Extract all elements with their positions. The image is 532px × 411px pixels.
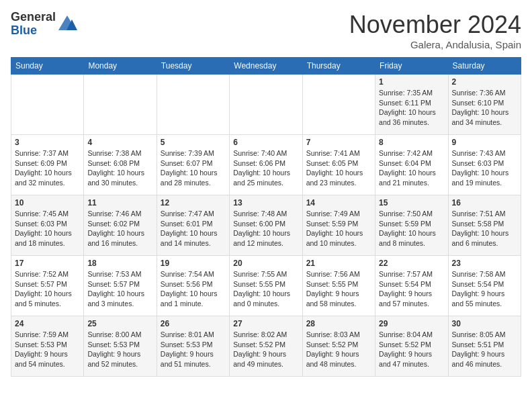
day-of-week-header: Sunday bbox=[11, 58, 84, 75]
calendar-day-cell: 11Sunrise: 7:46 AMSunset: 6:02 PMDayligh… bbox=[84, 195, 157, 256]
calendar-day-cell: 28Sunrise: 8:03 AMSunset: 5:52 PMDayligh… bbox=[302, 316, 375, 377]
calendar-week-row: 24Sunrise: 7:59 AMSunset: 5:53 PMDayligh… bbox=[11, 316, 521, 377]
calendar-day-cell: 25Sunrise: 8:00 AMSunset: 5:53 PMDayligh… bbox=[84, 316, 157, 377]
day-number: 15 bbox=[379, 198, 444, 208]
page-header: General Blue November 2024 Galera, Andal… bbox=[11, 11, 521, 50]
day-info: Sunrise: 8:04 AMSunset: 5:52 PMDaylight:… bbox=[379, 330, 444, 369]
day-number: 8 bbox=[379, 138, 444, 147]
calendar-day-cell: 13Sunrise: 7:48 AMSunset: 6:00 PMDayligh… bbox=[230, 195, 302, 256]
calendar-day-cell: 8Sunrise: 7:42 AMSunset: 6:04 PMDaylight… bbox=[375, 135, 448, 195]
day-of-week-header: Tuesday bbox=[157, 58, 229, 75]
day-info: Sunrise: 7:46 AMSunset: 6:02 PMDaylight:… bbox=[87, 209, 152, 248]
calendar-day-cell: 16Sunrise: 7:51 AMSunset: 5:58 PMDayligh… bbox=[448, 195, 521, 256]
calendar-day-cell: 12Sunrise: 7:47 AMSunset: 6:01 PMDayligh… bbox=[157, 195, 229, 256]
calendar-day-cell bbox=[157, 75, 229, 135]
day-of-week-header: Saturday bbox=[448, 58, 521, 75]
day-number: 1 bbox=[379, 77, 444, 87]
day-number: 7 bbox=[306, 138, 371, 147]
calendar-day-cell bbox=[302, 75, 375, 135]
calendar-day-cell bbox=[84, 75, 157, 135]
calendar-day-cell: 6Sunrise: 7:40 AMSunset: 6:06 PMDaylight… bbox=[230, 135, 302, 195]
day-info: Sunrise: 7:54 AMSunset: 5:56 PMDaylight:… bbox=[161, 269, 226, 309]
calendar-day-cell: 3Sunrise: 7:37 AMSunset: 6:09 PMDaylight… bbox=[11, 135, 84, 195]
day-info: Sunrise: 7:40 AMSunset: 6:06 PMDaylight:… bbox=[233, 148, 298, 188]
calendar-day-cell: 23Sunrise: 7:58 AMSunset: 5:54 PMDayligh… bbox=[448, 256, 521, 316]
day-number: 3 bbox=[15, 138, 80, 147]
calendar-week-row: 1Sunrise: 7:35 AMSunset: 6:11 PMDaylight… bbox=[11, 75, 521, 135]
day-info: Sunrise: 7:57 AMSunset: 5:54 PMDaylight:… bbox=[379, 269, 444, 309]
calendar-day-cell bbox=[230, 75, 302, 135]
day-number: 5 bbox=[161, 138, 226, 147]
day-number: 24 bbox=[15, 319, 80, 328]
day-info: Sunrise: 8:01 AMSunset: 5:53 PMDaylight:… bbox=[161, 330, 226, 369]
day-info: Sunrise: 7:49 AMSunset: 5:59 PMDaylight:… bbox=[306, 209, 371, 248]
calendar-day-cell bbox=[11, 75, 84, 135]
calendar-day-cell: 21Sunrise: 7:56 AMSunset: 5:55 PMDayligh… bbox=[302, 256, 375, 316]
day-info: Sunrise: 8:03 AMSunset: 5:52 PMDaylight:… bbox=[306, 330, 371, 369]
day-info: Sunrise: 7:55 AMSunset: 5:55 PMDaylight:… bbox=[233, 269, 298, 309]
calendar-day-cell: 27Sunrise: 8:02 AMSunset: 5:52 PMDayligh… bbox=[230, 316, 302, 377]
day-info: Sunrise: 7:37 AMSunset: 6:09 PMDaylight:… bbox=[15, 148, 80, 188]
day-info: Sunrise: 7:51 AMSunset: 5:58 PMDaylight:… bbox=[452, 209, 517, 248]
calendar-day-cell: 10Sunrise: 7:45 AMSunset: 6:03 PMDayligh… bbox=[11, 195, 84, 256]
day-info: Sunrise: 7:39 AMSunset: 6:07 PMDaylight:… bbox=[161, 148, 226, 188]
day-info: Sunrise: 7:43 AMSunset: 6:03 PMDaylight:… bbox=[452, 148, 517, 188]
day-info: Sunrise: 7:45 AMSunset: 6:03 PMDaylight:… bbox=[15, 209, 80, 248]
day-number: 6 bbox=[233, 138, 298, 147]
day-info: Sunrise: 7:35 AMSunset: 6:11 PMDaylight:… bbox=[379, 88, 444, 128]
calendar-day-cell: 14Sunrise: 7:49 AMSunset: 5:59 PMDayligh… bbox=[302, 195, 375, 256]
header-row: SundayMondayTuesdayWednesdayThursdayFrid… bbox=[11, 58, 521, 75]
title-block: November 2024 Galera, Andalusia, Spain bbox=[349, 11, 521, 50]
logo-icon bbox=[57, 14, 77, 34]
day-info: Sunrise: 8:02 AMSunset: 5:52 PMDaylight:… bbox=[233, 330, 298, 369]
day-of-week-header: Thursday bbox=[302, 58, 375, 75]
day-number: 16 bbox=[452, 198, 517, 208]
day-info: Sunrise: 7:38 AMSunset: 6:08 PMDaylight:… bbox=[87, 148, 152, 188]
day-number: 18 bbox=[87, 259, 152, 268]
calendar-day-cell: 5Sunrise: 7:39 AMSunset: 6:07 PMDaylight… bbox=[157, 135, 229, 195]
day-number: 21 bbox=[306, 259, 371, 268]
month-title: November 2024 bbox=[349, 11, 521, 39]
day-number: 10 bbox=[15, 198, 80, 208]
calendar-day-cell: 9Sunrise: 7:43 AMSunset: 6:03 PMDaylight… bbox=[448, 135, 521, 195]
day-number: 13 bbox=[233, 198, 298, 208]
day-info: Sunrise: 7:36 AMSunset: 6:10 PMDaylight:… bbox=[452, 88, 517, 128]
day-of-week-header: Wednesday bbox=[230, 58, 302, 75]
calendar-day-cell: 7Sunrise: 7:41 AMSunset: 6:05 PMDaylight… bbox=[302, 135, 375, 195]
day-info: Sunrise: 8:00 AMSunset: 5:53 PMDaylight:… bbox=[87, 330, 152, 369]
calendar-day-cell: 4Sunrise: 7:38 AMSunset: 6:08 PMDaylight… bbox=[84, 135, 157, 195]
logo-blue-text: Blue bbox=[11, 24, 56, 38]
day-info: Sunrise: 7:59 AMSunset: 5:53 PMDaylight:… bbox=[15, 330, 80, 369]
calendar-day-cell: 19Sunrise: 7:54 AMSunset: 5:56 PMDayligh… bbox=[157, 256, 229, 316]
day-number: 2 bbox=[452, 77, 517, 87]
calendar-day-cell: 15Sunrise: 7:50 AMSunset: 5:59 PMDayligh… bbox=[375, 195, 448, 256]
day-number: 4 bbox=[87, 138, 152, 147]
calendar-day-cell: 17Sunrise: 7:52 AMSunset: 5:57 PMDayligh… bbox=[11, 256, 84, 316]
calendar-week-row: 10Sunrise: 7:45 AMSunset: 6:03 PMDayligh… bbox=[11, 195, 521, 256]
day-info: Sunrise: 7:41 AMSunset: 6:05 PMDaylight:… bbox=[306, 148, 371, 188]
day-of-week-header: Monday bbox=[84, 58, 157, 75]
day-number: 19 bbox=[161, 259, 226, 268]
calendar-day-cell: 24Sunrise: 7:59 AMSunset: 5:53 PMDayligh… bbox=[11, 316, 84, 377]
calendar-day-cell: 22Sunrise: 7:57 AMSunset: 5:54 PMDayligh… bbox=[375, 256, 448, 316]
day-number: 11 bbox=[87, 198, 152, 208]
day-number: 12 bbox=[161, 198, 226, 208]
calendar-day-cell: 30Sunrise: 8:05 AMSunset: 5:51 PMDayligh… bbox=[448, 316, 521, 377]
day-info: Sunrise: 7:48 AMSunset: 6:00 PMDaylight:… bbox=[233, 209, 298, 248]
day-number: 20 bbox=[233, 259, 298, 268]
day-of-week-header: Friday bbox=[375, 58, 448, 75]
day-number: 22 bbox=[379, 259, 444, 268]
day-number: 23 bbox=[452, 259, 517, 268]
day-number: 14 bbox=[306, 198, 371, 208]
calendar-week-row: 17Sunrise: 7:52 AMSunset: 5:57 PMDayligh… bbox=[11, 256, 521, 316]
day-info: Sunrise: 7:58 AMSunset: 5:54 PMDaylight:… bbox=[452, 269, 517, 309]
calendar-day-cell: 18Sunrise: 7:53 AMSunset: 5:57 PMDayligh… bbox=[84, 256, 157, 316]
logo-general-text: General bbox=[11, 11, 56, 24]
day-info: Sunrise: 7:53 AMSunset: 5:57 PMDaylight:… bbox=[87, 269, 152, 309]
calendar-day-cell: 26Sunrise: 8:01 AMSunset: 5:53 PMDayligh… bbox=[157, 316, 229, 377]
day-number: 29 bbox=[379, 319, 444, 328]
day-number: 26 bbox=[161, 319, 226, 328]
location: Galera, Andalusia, Spain bbox=[349, 39, 521, 50]
calendar-week-row: 3Sunrise: 7:37 AMSunset: 6:09 PMDaylight… bbox=[11, 135, 521, 195]
calendar-day-cell: 29Sunrise: 8:04 AMSunset: 5:52 PMDayligh… bbox=[375, 316, 448, 377]
